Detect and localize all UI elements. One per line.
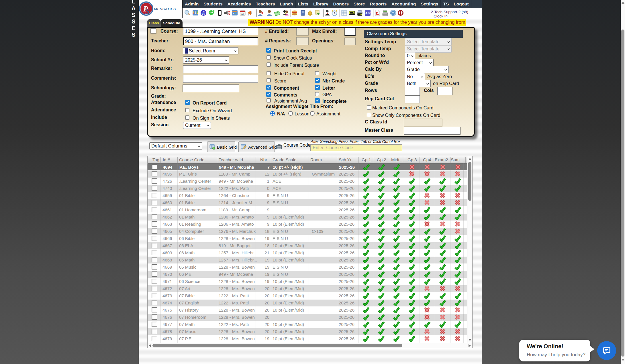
svg-text:@: @ bbox=[201, 11, 205, 15]
svg-text:S: S bbox=[145, 7, 150, 16]
svg-text:A/P: A/P bbox=[365, 11, 371, 15]
svg-text:?: ? bbox=[392, 11, 394, 15]
svg-text:MESSAGES: MESSAGES bbox=[154, 7, 176, 11]
svg-text:17: 17 bbox=[241, 12, 244, 15]
